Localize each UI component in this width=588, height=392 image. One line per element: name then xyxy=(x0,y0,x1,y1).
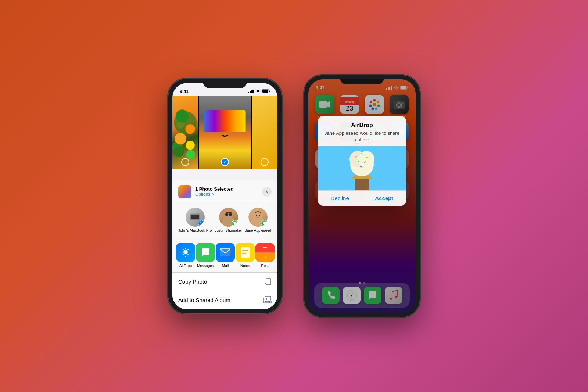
app-airdrop-label: AirDrop xyxy=(179,264,192,268)
svg-point-11 xyxy=(186,140,195,150)
svg-rect-6 xyxy=(269,91,270,92)
photo-art[interactable]: ✓ xyxy=(199,96,251,169)
wifi-icon xyxy=(255,90,261,93)
add-shared-album-row[interactable]: Add to Shared Album xyxy=(172,291,277,309)
share-header-left: 1 Photo Selected Options > xyxy=(178,185,234,198)
app-mail-label: Mail xyxy=(222,264,229,268)
app-messages[interactable]: Messages xyxy=(196,243,215,268)
svg-point-42 xyxy=(266,298,267,300)
phones-container: 9:41 xyxy=(168,75,420,317)
svg-rect-18 xyxy=(226,212,232,213)
phone2-screen: 9:41 xyxy=(308,79,416,313)
svg-point-10 xyxy=(176,109,189,122)
app-mail[interactable]: Mail xyxy=(216,243,235,268)
add-shared-album-label: Add to Shared Album xyxy=(178,297,230,303)
svg-rect-3 xyxy=(252,90,254,93)
svg-point-9 xyxy=(185,124,195,133)
battery-icon xyxy=(262,89,270,93)
svg-point-12 xyxy=(174,146,184,157)
avatar-jane: 💬 xyxy=(248,208,268,227)
airdrop-accept-button[interactable]: Accept xyxy=(362,191,406,206)
person-name-jane: Jane Appleseed xyxy=(245,229,271,233)
svg-rect-1 xyxy=(250,91,251,93)
people-row: ⬡ John's MacBook Pro xyxy=(172,202,277,238)
copy-photo-label: Copy Photo xyxy=(178,278,207,285)
copy-photo-row[interactable]: Copy Photo xyxy=(172,273,277,291)
phone2: 9:41 xyxy=(304,75,420,317)
app-airdrop[interactable]: AirDrop xyxy=(176,243,195,268)
signal-icon xyxy=(248,90,254,93)
svg-rect-22 xyxy=(225,213,228,216)
photo-yellow[interactable] xyxy=(252,96,278,169)
photo-art-select[interactable]: ✓ xyxy=(221,158,229,166)
airdrop-overlay: AirDrop Jane Appleseed would like to sha… xyxy=(308,79,416,313)
person-macbook[interactable]: ⬡ John's MacBook Pro xyxy=(178,208,212,233)
svg-point-29 xyxy=(183,250,188,254)
messages-icon xyxy=(196,243,215,262)
airdrop-dialog: AirDrop Jane Appleseed would like to sha… xyxy=(318,116,406,206)
share-header: 1 Photo Selected Options > × xyxy=(172,180,277,202)
svg-point-27 xyxy=(256,215,257,216)
airdrop-buttons: Decline Accept xyxy=(318,190,406,206)
svg-rect-39 xyxy=(266,279,271,285)
app-reminders[interactable]: Re ● Re... xyxy=(255,243,275,268)
phone1-screen: 9:41 xyxy=(172,83,277,309)
person-name-macbook: John's MacBook Pro xyxy=(178,229,212,233)
share-options[interactable]: Options > xyxy=(195,192,234,197)
svg-rect-15 xyxy=(190,220,201,220)
svg-rect-30 xyxy=(220,248,230,256)
photo-yellow-select[interactable] xyxy=(261,158,269,166)
copy-icon xyxy=(264,278,272,286)
svg-rect-5 xyxy=(262,90,268,93)
phone1-time: 9:41 xyxy=(180,89,189,94)
airdrop-dialog-title: AirDrop xyxy=(324,122,400,129)
airdrop-badge: ⬡ xyxy=(198,220,205,227)
svg-point-111 xyxy=(358,151,374,167)
photo-flowers[interactable] xyxy=(172,96,198,169)
person-justin[interactable]: 💬 Justin Shumaker xyxy=(215,208,242,233)
share-close-button[interactable]: × xyxy=(262,187,272,197)
svg-rect-14 xyxy=(191,215,199,219)
svg-rect-2 xyxy=(251,90,252,93)
app-notes-label: Notes xyxy=(240,264,250,268)
avatar-macbook: ⬡ xyxy=(186,208,205,227)
mail-icon xyxy=(216,243,235,262)
imessage-badge-justin: 💬 xyxy=(232,220,238,227)
apps-row: AirDrop Messages xyxy=(172,238,277,273)
avatar-justin: 💬 xyxy=(219,208,238,227)
phone1-status-icons xyxy=(248,89,270,93)
svg-point-8 xyxy=(175,133,186,144)
phone1: 9:41 xyxy=(168,79,282,314)
notes-icon xyxy=(236,243,255,262)
svg-rect-23 xyxy=(229,213,232,216)
share-title-block: 1 Photo Selected Options > xyxy=(195,186,234,197)
person-jane[interactable]: 💬 Jane Appleseed xyxy=(245,208,271,233)
imessage-badge-jane: 💬 xyxy=(261,220,268,227)
share-sheet: 1 Photo Selected Options > × xyxy=(172,180,277,309)
svg-point-28 xyxy=(259,215,260,216)
svg-rect-0 xyxy=(248,92,249,93)
app-messages-label: Messages xyxy=(197,264,214,268)
photo-strip: ✓ xyxy=(172,96,277,169)
svg-rect-32 xyxy=(241,247,250,258)
phone1-notch xyxy=(203,79,247,88)
share-title: 1 Photo Selected xyxy=(195,186,234,192)
share-app-icon xyxy=(178,185,191,198)
reminders-icon: Re ● xyxy=(255,243,275,262)
airdrop-icon xyxy=(176,243,195,262)
person-name-justin: Justin Shumaker xyxy=(215,229,242,233)
app-notes[interactable]: Notes xyxy=(236,243,255,268)
airdrop-dialog-message: Jane Appleseed would like to share a pho… xyxy=(324,130,400,143)
photo-flowers-select[interactable] xyxy=(181,158,189,166)
airdrop-photo-preview xyxy=(318,146,406,190)
airdrop-dialog-header: AirDrop Jane Appleseed would like to sha… xyxy=(318,116,406,146)
airdrop-decline-button[interactable]: Decline xyxy=(318,191,362,206)
album-icon xyxy=(263,296,272,304)
app-reminders-label: Re... xyxy=(261,264,269,268)
macbook-icon xyxy=(190,213,201,221)
